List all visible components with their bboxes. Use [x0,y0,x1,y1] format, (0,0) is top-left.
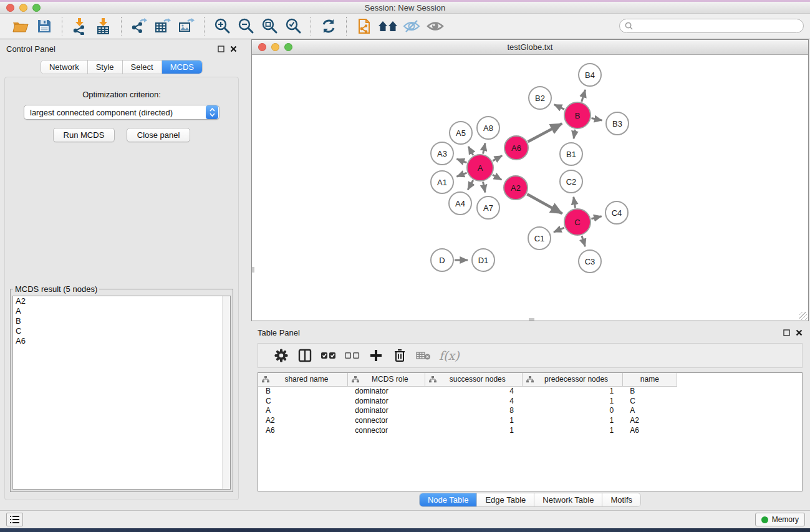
mcds-result-item[interactable]: C [13,326,230,336]
table-cell[interactable]: C [622,396,677,406]
column-header-MCDS-role[interactable]: MCDS role [347,373,425,386]
float-panel-icon[interactable] [783,329,790,336]
table-cell[interactable]: 8 [425,406,523,416]
clone-network-icon[interactable] [352,16,376,37]
graph-node-C4[interactable]: C4 [605,201,628,224]
export-table-icon[interactable] [151,16,175,37]
table-cell[interactable]: A6 [258,425,347,435]
zoom-fit-icon[interactable] [258,16,281,37]
tab-edge-table[interactable]: Edge Table [477,493,534,506]
graph-node-B1[interactable]: B1 [560,143,582,165]
tab-motifs[interactable]: Motifs [602,493,640,506]
table-cell[interactable]: A2 [622,415,677,425]
export-network-icon[interactable] [127,16,151,37]
graph-edge-B-B3[interactable] [592,118,602,120]
table-cell[interactable]: dominator [347,396,425,406]
select-all-icon[interactable] [317,345,340,366]
import-table-icon[interactable] [92,16,115,37]
graph-edge-B-B2[interactable] [554,105,565,110]
table-cell[interactable]: 1 [523,386,622,396]
network-canvas[interactable]: A5A8A3A1A4A7AA6A2BB2B4B3B1C2CC4C1C3DD1 [252,55,808,321]
graph-node-A[interactable]: A [467,155,493,181]
graph-edge-A2-C[interactable] [527,194,562,213]
network-graph[interactable]: A5A8A3A1A4A7AA6A2BB2B4B3B1C2CC4C1C3DD1 [252,55,808,321]
network-window-titlebar[interactable]: testGlobe.txt [252,40,808,55]
mcds-result-item[interactable]: B [13,316,230,326]
split-columns-icon[interactable] [293,345,317,366]
zoom-selected-icon[interactable] [281,16,305,37]
table-cell[interactable]: A6 [622,425,677,435]
table-cell[interactable]: A [622,406,677,416]
graph-edge-A-A7[interactable] [483,182,485,193]
table-cell[interactable]: 0 [523,406,622,416]
graph-node-A6[interactable]: A6 [504,136,528,160]
close-panel-button[interactable]: Close panel [127,128,191,142]
graph-node-A1[interactable]: A1 [431,171,453,193]
graph-node-C3[interactable]: C3 [579,250,601,273]
table-cell[interactable]: 1 [523,396,622,406]
table-cell[interactable]: 1 [425,415,523,425]
tab-style[interactable]: Style [88,60,123,74]
graph-edge-A-A8[interactable] [483,143,485,153]
table-cell[interactable]: 1 [523,425,622,435]
table-cell[interactable]: dominator [347,386,425,396]
graph-edge-C-C4[interactable] [591,216,601,219]
delete-table-icon[interactable] [412,345,435,366]
graph-node-C1[interactable]: C1 [528,227,551,249]
zoom-in-icon[interactable] [210,16,234,37]
tab-network[interactable]: Network [41,60,88,74]
column-header-predecessor-nodes[interactable]: predecessor nodes [523,373,622,386]
graph-edge-A-A2[interactable] [493,175,501,180]
graph-edge-A-A3[interactable] [456,159,466,163]
add-column-icon[interactable] [364,345,388,366]
close-panel-icon[interactable] [230,46,237,52]
search-field[interactable] [619,19,804,33]
graph-node-A3[interactable]: A3 [431,142,453,165]
graph-node-A4[interactable]: A4 [449,192,471,215]
graph-edge-B-B1[interactable] [574,130,575,139]
table-cell[interactable]: connector [347,425,425,435]
open-file-icon[interactable] [9,16,32,37]
run-mcds-button[interactable]: Run MCDS [53,128,115,142]
deselect-all-icon[interactable] [340,345,364,366]
table-row[interactable]: A2connector11A2 [258,415,677,425]
float-panel-icon[interactable] [218,46,224,52]
export-image-icon[interactable] [175,16,198,37]
table-cell[interactable]: 4 [425,396,523,406]
tab-network-table[interactable]: Network Table [534,493,602,506]
graph-edge-A-A4[interactable] [468,180,473,190]
search-input[interactable] [636,22,803,31]
graph-node-B4[interactable]: B4 [579,64,601,86]
graph-node-A8[interactable]: A8 [477,117,499,139]
graph-edge-A-A1[interactable] [456,173,466,177]
graph-node-C[interactable]: C [564,209,591,235]
column-header-shared-name[interactable]: shared name [258,373,347,386]
graph-node-A2[interactable]: A2 [504,176,528,200]
graph-node-B3[interactable]: B3 [606,112,629,135]
graph-node-D1[interactable]: D1 [472,249,494,271]
table-cell[interactable]: B [258,386,347,396]
memory-button[interactable]: Memory [755,513,805,526]
graph-edge-C-C3[interactable] [582,236,585,246]
graph-node-C2[interactable]: C2 [560,170,582,193]
table-row[interactable]: A6connector11A6 [258,425,677,435]
home-icon[interactable] [376,16,400,37]
table-row[interactable]: Cdominator41C [258,396,677,406]
graph-node-D[interactable]: D [431,249,453,271]
table-row[interactable]: Adominator80A [258,406,677,416]
resize-grip[interactable] [799,312,808,320]
table-cell[interactable]: B [622,386,677,396]
table-cell[interactable]: A [258,406,347,416]
mcds-result-item[interactable]: A6 [13,336,230,346]
function-builder-icon[interactable]: f(x) [439,349,460,362]
node-table[interactable]: shared nameMCDS rolesuccessor nodesprede… [258,372,803,491]
graph-edge-C-C1[interactable] [554,228,564,232]
refresh-icon[interactable] [317,16,340,37]
show-eye-icon[interactable] [423,16,447,37]
graph-edge-A6-B[interactable] [528,123,562,142]
table-row[interactable]: Bdominator41B [258,386,677,396]
mcds-result-item[interactable]: A [13,306,230,316]
graph-node-B[interactable]: B [564,102,591,128]
table-cell[interactable]: 4 [425,386,523,396]
column-header-successor-nodes[interactable]: successor nodes [425,373,523,386]
